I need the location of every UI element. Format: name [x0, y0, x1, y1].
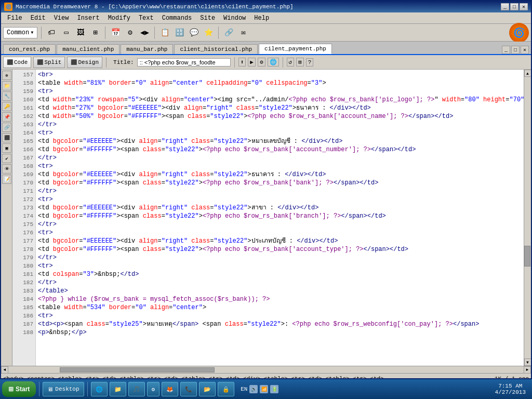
code-nav-btn[interactable]: ⊞: [296, 58, 304, 66]
toolbar-btn-9[interactable]: 🔡: [173, 26, 185, 39]
design-view-button[interactable]: ⬛ Design: [67, 57, 102, 68]
menu-site[interactable]: Site: [196, 14, 219, 23]
toolbar-btn-10[interactable]: 💬: [188, 26, 200, 39]
tab-ctrl-close[interactable]: ✕: [521, 46, 529, 54]
code-line[interactable]: <p>&nbsp;</p>: [38, 328, 522, 337]
toolbar-btn-1[interactable]: 🏷: [45, 26, 58, 39]
toolbar-btn-11[interactable]: ⭐: [202, 26, 215, 39]
close-button[interactable]: ✕: [520, 3, 528, 10]
toolbar-btn-6[interactable]: ⚙: [124, 26, 136, 39]
left-panel-btn-1[interactable]: ⊕: [2, 71, 11, 80]
left-panel-btn-9[interactable]: ✔: [2, 154, 11, 163]
code-line[interactable]: <td bgcolor="#EEEEEE"><div align="right"…: [38, 237, 522, 245]
insert-category-dropdown[interactable]: Common ▾: [3, 27, 37, 38]
tab-con-rest[interactable]: con_rest.php: [3, 44, 56, 54]
menu-help[interactable]: Help: [250, 14, 273, 23]
toolbar-btn-5[interactable]: 📅: [109, 26, 122, 39]
toolbar-btn-7[interactable]: ◀▶: [138, 26, 151, 39]
minimize-button[interactable]: _: [501, 3, 509, 10]
left-panel-btn-10[interactable]: 👁: [2, 164, 11, 174]
left-panel-btn-4[interactable]: 🔑: [2, 102, 11, 111]
code-line[interactable]: <?php } while ($row_rs_bank = mysql_fetc…: [38, 295, 522, 303]
tab-cilent-payment[interactable]: cilent_payment.php: [259, 44, 332, 54]
menu-window[interactable]: Window: [219, 14, 250, 23]
hscroll-right-arrow[interactable]: ►: [524, 366, 531, 374]
code-line[interactable]: <tr>: [38, 195, 522, 204]
toolbar-btn-13[interactable]: ✉: [237, 26, 249, 39]
code-line[interactable]: <tr>: [38, 162, 522, 170]
code-line[interactable]: <td><p><span class="style25">หมายเหตุ</s…: [38, 320, 522, 328]
code-line[interactable]: <td bgcolor="#FFFFFF"><span class="style…: [38, 145, 522, 154]
code-line[interactable]: <table width="81%" border="0" align="cen…: [38, 79, 522, 87]
code-line[interactable]: <td bgcolor="#FFFFFF"><span class="style…: [38, 212, 522, 220]
menu-view[interactable]: View: [50, 14, 73, 23]
code-line[interactable]: </tr>: [38, 121, 522, 129]
left-panel-btn-6[interactable]: 🔗: [2, 123, 11, 132]
menu-file[interactable]: File: [3, 14, 26, 23]
code-line[interactable]: <td width="27%" bgcolor="#EEEEEE"><div a…: [38, 104, 522, 112]
toolbar-btn-8[interactable]: 📋: [158, 26, 171, 39]
tab-ctrl-restore[interactable]: □: [511, 46, 520, 54]
toolbar-btn-12[interactable]: 🔗: [222, 26, 235, 39]
horizontal-scrollbar[interactable]: ◄ ►: [1, 366, 531, 373]
file-mgmt-btn-2[interactable]: ▶: [248, 58, 256, 66]
code-content[interactable]: <br> <table width="81%" border="0" align…: [36, 70, 524, 366]
tab-client-historical[interactable]: client_historical.php: [174, 44, 258, 54]
code-line[interactable]: <br>: [38, 71, 522, 79]
menu-text[interactable]: Text: [135, 14, 158, 23]
file-mgmt-btn-4[interactable]: 🌐: [268, 58, 279, 66]
scroll-down-arrow[interactable]: ▼: [524, 358, 531, 366]
maximize-button[interactable]: □: [510, 3, 518, 10]
left-panel-btn-5[interactable]: 📌: [2, 112, 11, 122]
refresh-btn[interactable]: ↺: [287, 58, 295, 66]
code-line[interactable]: </tr>: [38, 220, 522, 229]
hscroll-track[interactable]: [8, 367, 524, 373]
left-panel-btn-11[interactable]: 📝: [2, 175, 11, 184]
title-field[interactable]: [137, 58, 231, 66]
menu-commands[interactable]: Commands: [158, 14, 196, 23]
code-line[interactable]: </tr>: [38, 254, 522, 262]
code-line[interactable]: <tr>: [38, 312, 522, 320]
code-line[interactable]: <td width="50%" bgcolor="#FFFFFF"><span …: [38, 112, 522, 121]
code-line[interactable]: <tr>: [38, 229, 522, 237]
scroll-thumb[interactable]: [524, 246, 530, 267]
file-mgmt-btn-3[interactable]: ⚙: [258, 58, 265, 66]
code-line[interactable]: <tr>: [38, 129, 522, 137]
tab-manu-bar[interactable]: manu_bar.php: [121, 44, 173, 54]
title-bar-controls[interactable]: _ □ ✕: [501, 3, 528, 10]
code-line[interactable]: <td bgcolor="#EEEEEE"><div align="right"…: [38, 204, 522, 212]
vertical-scrollbar[interactable]: ▲ ▼: [524, 70, 531, 366]
scroll-track[interactable]: [524, 77, 531, 358]
left-panel-btn-3[interactable]: 🔧: [2, 91, 11, 101]
code-line[interactable]: <tr>: [38, 87, 522, 96]
code-hint-btn[interactable]: ?: [306, 58, 314, 66]
toolbar-btn-4[interactable]: ⊞: [89, 26, 101, 39]
menu-modify[interactable]: Modify: [104, 14, 135, 23]
tab-ctrl-minimize[interactable]: _: [502, 46, 510, 54]
code-line[interactable]: <td colspan="3">&nbsp;</td>: [38, 270, 522, 278]
toolbar-btn-2[interactable]: ▭: [60, 26, 72, 39]
left-panel-btn-7[interactable]: ⬛: [2, 133, 11, 142]
toolbar-btn-3[interactable]: 🖼: [74, 26, 87, 39]
left-panel-btn-2[interactable]: 📁: [2, 81, 11, 90]
code-line[interactable]: </tr>: [38, 187, 522, 195]
menu-insert[interactable]: Insert: [73, 14, 103, 23]
code-view-button[interactable]: ⬛ Code: [3, 57, 31, 68]
code-line[interactable]: <td bgcolor="#EEEEEE"><div align="right"…: [38, 170, 522, 179]
code-line[interactable]: <tr>: [38, 262, 522, 270]
left-panel-btn-8[interactable]: ▣: [2, 143, 11, 153]
menu-edit[interactable]: Edit: [26, 14, 50, 23]
file-mgmt-btn-1[interactable]: ⬆: [238, 58, 246, 66]
code-line[interactable]: <table width="534" border="0" align="cen…: [38, 303, 522, 312]
code-line[interactable]: </tr>: [38, 154, 522, 162]
code-line[interactable]: </tr>: [38, 278, 522, 287]
code-line[interactable]: <td bgcolor="#EEEEEE"><div align="right"…: [38, 137, 522, 145]
hscroll-thumb[interactable]: [60, 367, 215, 373]
code-line[interactable]: </table>: [38, 287, 522, 295]
code-line[interactable]: <td bgcolor="#FFFFFF"><span class="style…: [38, 179, 522, 187]
split-view-button[interactable]: ⬛ Split: [33, 57, 65, 68]
hscroll-left-arrow[interactable]: ◄: [1, 366, 8, 374]
code-line[interactable]: <td bgcolor="#FFFFFF"><span class="style…: [38, 245, 522, 254]
scroll-up-arrow[interactable]: ▲: [524, 70, 531, 77]
code-line[interactable]: <td width="23%" rowspan="5"><div align="…: [38, 96, 522, 104]
